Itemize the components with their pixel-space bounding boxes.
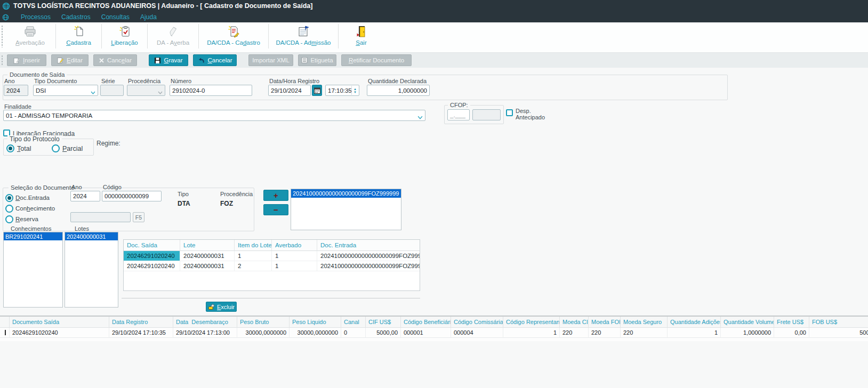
cell-doc-saida[interactable]: 20246291020240: [124, 261, 180, 271]
grid-cell-quantidade-adicoes[interactable]: 1: [668, 328, 721, 338]
menu-consultas[interactable]: Consultas: [101, 13, 130, 21]
grid-cell-peso-bruto[interactable]: 30000,0000000: [237, 328, 290, 338]
time-spinner[interactable]: ▲▼: [351, 86, 358, 95]
grid-cell-moeda-seguro[interactable]: 220: [621, 328, 668, 338]
cell-item-do-lote[interactable]: 2: [235, 261, 272, 271]
conhecimentos-listbox[interactable]: BR291020241: [3, 232, 63, 308]
grid-cell-data-registro[interactable]: 29/10/2024 17:10:35: [109, 328, 173, 338]
menu-cadastros[interactable]: Cadastros: [61, 13, 91, 21]
cell-averbado[interactable]: 1: [272, 261, 317, 271]
remove-document-button[interactable]: −: [263, 204, 288, 215]
selecao-codigo-field[interactable]: 0000000000099: [102, 191, 162, 201]
conhecimento-list-item[interactable]: BR291020241: [4, 232, 62, 240]
ano-field[interactable]: 2024: [4, 85, 28, 96]
cell-lote[interactable]: 202400000031: [180, 251, 235, 261]
grid-col-quantidade-adicoes[interactable]: Quantidade Adições: [668, 317, 721, 328]
toolbar-da-averba-button[interactable]: DA - Averba: [148, 22, 198, 49]
grid-col-quantidade-volumes[interactable]: Quantidade Volumes: [721, 317, 774, 328]
grid-col-moeda-cif[interactable]: Moeda CIF: [560, 317, 589, 328]
grid-col-peso-liquido[interactable]: Peso Liquido: [290, 317, 341, 328]
editar-button[interactable]: Editar: [51, 54, 89, 66]
cell-doc-entrada[interactable]: 20241000000000000000099FOZ999999: [317, 251, 420, 261]
toolbar-liberacao-button[interactable]: Liberação: [102, 22, 147, 49]
cell-doc-entrada[interactable]: 20241000000000000000099FOZ999999: [317, 261, 420, 271]
quantidade-declarada-field[interactable]: 1,0000000: [367, 85, 430, 96]
reserva-radio[interactable]: [5, 215, 13, 223]
numero-field[interactable]: 29102024-0: [170, 85, 252, 96]
grid-col-codigo-representante[interactable]: Código Representante: [503, 317, 560, 328]
calendar-button[interactable]: [312, 85, 322, 96]
finalidade-combo[interactable]: 01 - ADMISSAO TEMPORARIA: [3, 110, 425, 121]
retificar-documento-button[interactable]: Retificar Documento: [341, 54, 412, 66]
toolbar-averbacao-button[interactable]: Averbação: [5, 22, 55, 49]
col-lote[interactable]: Lote: [180, 240, 235, 251]
conhecimento-radio[interactable]: [5, 205, 13, 213]
actionbar-drag-handle[interactable]: [1, 55, 3, 66]
grid-col-peso-bruto[interactable]: Peso Bruto: [237, 317, 290, 328]
documento-list-item[interactable]: 20241000000000000000099FOZ999999: [291, 189, 401, 198]
table-row[interactable]: 20246291020240 202400000031 1 1 20241000…: [124, 251, 420, 261]
tipo-documento-combo[interactable]: DSI: [33, 85, 98, 96]
col-item-do-lote[interactable]: Item do Lote: [235, 240, 272, 251]
grid-col-documento-saida[interactable]: Documento Saída: [10, 317, 109, 328]
col-doc-saida[interactable]: Doc. Saída: [124, 240, 180, 251]
grid-col-codigo-beneficiario[interactable]: Código Beneficiário: [401, 317, 451, 328]
toolbar-dacda-cadastro-button[interactable]: DA/CDA - Cadastro: [199, 22, 268, 49]
grid-col-data-desembaraco[interactable]: Data Desembaraço: [173, 317, 237, 328]
grid-cell-documento-saida[interactable]: 20246291020240: [10, 328, 109, 338]
grid-cell-codigo-representante[interactable]: 1: [503, 328, 560, 338]
documentos-selecionados-listbox[interactable]: 20241000000000000000099FOZ999999: [291, 189, 401, 230]
serie-field[interactable]: [100, 85, 124, 96]
grid-col-cif-usd[interactable]: CIF US$: [366, 317, 401, 328]
cell-doc-saida[interactable]: 20246291020240: [124, 251, 180, 261]
cfop-descricao-field[interactable]: [472, 109, 501, 120]
toolbar-sair-button[interactable]: Sair: [339, 22, 384, 49]
protocolo-parcial-radio[interactable]: [52, 144, 60, 152]
etiqueta-button[interactable]: Etiqueta: [298, 54, 336, 66]
grid-cell-codigo-beneficiario[interactable]: 000001: [401, 328, 451, 338]
cancelar-button[interactable]: Cancelar: [193, 54, 237, 66]
toolbar-dacda-admissao-button[interactable]: DA/CDA - Admissão: [269, 22, 338, 49]
toolbar-drag-handle[interactable]: [1, 25, 3, 47]
grid-col-fob-usd[interactable]: FOB US$: [809, 317, 868, 328]
protocolo-total-radio[interactable]: [6, 144, 14, 152]
add-document-button[interactable]: +: [263, 190, 288, 201]
grid-cell-quantidade-volumes[interactable]: 1,0000000: [721, 328, 774, 338]
table-row[interactable]: 20246291020240 202400000031 2 1 20241000…: [124, 261, 420, 271]
grid-cell-cif-usd[interactable]: 5000,00: [366, 328, 401, 338]
excluir-button[interactable]: Excluir: [206, 302, 237, 312]
procedencia-combo[interactable]: [127, 85, 165, 96]
desp-antecipado-checkbox[interactable]: [506, 109, 513, 116]
grid-col-moeda-seguro[interactable]: Moeda Seguro: [621, 317, 668, 328]
cell-item-do-lote[interactable]: 1: [235, 251, 272, 261]
hora-registro-field[interactable]: 17:10:35 ▲▼: [325, 85, 359, 96]
doc-entrada-radio[interactable]: [5, 194, 13, 202]
f5-button[interactable]: F5: [133, 212, 144, 222]
grid-col-codigo-comissaria[interactable]: Código Comissária: [451, 317, 503, 328]
cell-lote[interactable]: 202400000031: [180, 261, 235, 271]
data-registro-field[interactable]: 29/10/2024: [268, 85, 311, 96]
importar-xml-button[interactable]: Importar XML: [248, 54, 293, 66]
grid-cell-moeda-cif[interactable]: 220: [560, 328, 589, 338]
col-averbado[interactable]: Averbado: [272, 240, 317, 251]
lotes-listbox[interactable]: 202400000031: [65, 232, 118, 308]
menu-processos[interactable]: Processos: [21, 13, 51, 21]
cancelar-edicao-button[interactable]: Cancelar: [93, 54, 137, 66]
selecao-ano-field[interactable]: 2024: [70, 191, 100, 201]
grid-cell-fob-usd[interactable]: 5000,00: [809, 328, 868, 338]
grid-cell-moeda-fob[interactable]: 220: [589, 328, 621, 338]
toolbar-cadastra-button[interactable]: Cadastra: [56, 22, 101, 49]
grid-data-row[interactable]: 20246291020240 29/10/2024 17:10:35 29/10…: [0, 328, 868, 338]
menu-ajuda[interactable]: Ajuda: [140, 13, 157, 21]
grid-cell-canal[interactable]: 0: [341, 328, 366, 338]
inserir-button[interactable]: Inserir: [7, 54, 46, 66]
grid-col-moeda-fob[interactable]: Moeda FOB: [589, 317, 621, 328]
grid-col-canal[interactable]: Canal: [341, 317, 366, 328]
cell-averbado[interactable]: 1: [272, 251, 317, 261]
grid-cell-codigo-comissaria[interactable]: 000004: [451, 328, 503, 338]
grid-cell-data-desembaraco[interactable]: 29/10/2024 17:13:00: [173, 328, 237, 338]
grid-col-frete-usd[interactable]: Frete US$: [774, 317, 809, 328]
col-doc-entrada[interactable]: Doc. Entrada: [317, 240, 420, 251]
selecao-busca-field[interactable]: [70, 212, 131, 222]
grid-col-data-registro[interactable]: Data Registro: [109, 317, 173, 328]
